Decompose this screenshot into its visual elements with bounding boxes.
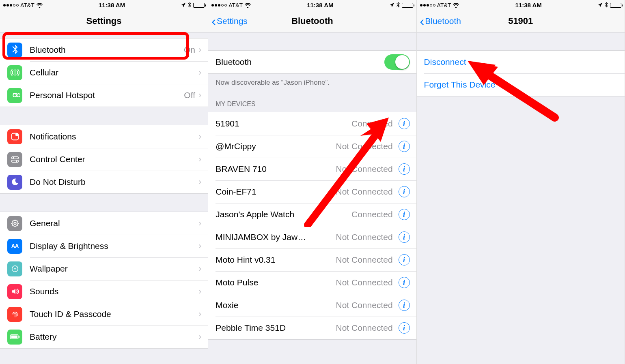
device-name: 51901 [216, 119, 348, 128]
info-icon[interactable]: i [399, 231, 410, 243]
device-row[interactable]: MINIJAMBOX by Jaw…Not Connectedi [208, 226, 416, 248]
wifi-icon [244, 2, 251, 8]
device-status: Connected [351, 210, 393, 219]
nav-bar: ‹ Settings Bluetooth [208, 10, 416, 32]
battery-icon [193, 3, 205, 8]
info-icon[interactable]: i [399, 163, 410, 175]
location-icon [597, 2, 603, 8]
row-label: Do Not Disturb [30, 177, 195, 187]
device-name: @MrCippy [216, 141, 332, 151]
chevron-left-icon: ‹ [420, 15, 425, 28]
device-row[interactable]: 51901Connectedi [208, 112, 416, 135]
bluetooth-status-icon [396, 2, 400, 8]
settings-group-connectivity: Bluetooth On › Cellular › Personal Hotsp… [0, 38, 208, 107]
row-notifications[interactable]: Notifications › [0, 125, 208, 148]
notifications-icon [7, 129, 22, 144]
status-time: 11:38 AM [307, 2, 333, 9]
dnd-icon [7, 175, 22, 190]
row-personal-hotspot[interactable]: Personal Hotspot Off › [0, 84, 208, 107]
info-icon[interactable]: i [399, 322, 410, 334]
row-bluetooth[interactable]: Bluetooth On › [0, 39, 208, 61]
chevron-right-icon: › [198, 131, 201, 142]
info-icon[interactable]: i [399, 186, 410, 197]
forget-label: Forget This Device [424, 80, 618, 90]
row-label: Cellular [30, 68, 195, 77]
control-center-icon [7, 152, 22, 167]
device-actions-group: Disconnect Forget This Device [417, 50, 625, 96]
display-icon: AA [7, 239, 22, 254]
svg-rect-12 [11, 336, 17, 338]
wallpaper-icon [7, 261, 22, 276]
device-name: Moto Hint v0.31 [216, 255, 332, 265]
forget-device-button[interactable]: Forget This Device [417, 73, 625, 96]
carrier-label: AT&T [228, 2, 243, 9]
row-general[interactable]: General › [0, 212, 208, 235]
row-display-brightness[interactable]: AA Display & Brightness › [0, 235, 208, 257]
wifi-icon [36, 2, 43, 8]
row-control-center[interactable]: Control Center › [0, 148, 208, 171]
disconnect-button[interactable]: Disconnect [417, 51, 625, 73]
device-row[interactable]: Coin-EF71Not Connectedi [208, 180, 416, 203]
settings-group-alerts: Notifications › Control Center › Do Not … [0, 125, 208, 194]
info-icon[interactable]: i [399, 254, 410, 266]
row-cellular[interactable]: Cellular › [0, 61, 208, 84]
settings-group-general: General › AA Display & Brightness › Wall… [0, 212, 208, 349]
row-do-not-disturb[interactable]: Do Not Disturb › [0, 171, 208, 193]
info-icon[interactable]: i [399, 141, 410, 152]
device-name: Pebble Time 351D [216, 323, 332, 333]
chevron-right-icon: › [198, 154, 201, 165]
bluetooth-toggle[interactable] [384, 54, 410, 70]
svg-rect-4 [11, 160, 18, 163]
device-row[interactable]: @MrCippyNot Connectedi [208, 135, 416, 158]
row-label: Battery [30, 332, 195, 342]
device-name: BRAVEN 710 [216, 164, 332, 174]
chevron-right-icon: › [198, 218, 201, 229]
row-label: Wallpaper [30, 264, 195, 274]
info-icon[interactable]: i [399, 277, 410, 288]
location-icon [389, 2, 394, 8]
svg-rect-11 [18, 336, 19, 338]
back-label: Settings [217, 16, 248, 26]
device-status: Not Connected [336, 300, 393, 310]
device-row[interactable]: MoxieNot Connectedi [208, 294, 416, 317]
row-battery[interactable]: Battery › [0, 325, 208, 348]
chevron-right-icon: › [198, 45, 201, 55]
device-status: Connected [351, 119, 393, 128]
info-icon[interactable]: i [399, 118, 410, 129]
row-touch-id[interactable]: Touch ID & Passcode › [0, 303, 208, 325]
back-button[interactable]: ‹ Settings [211, 10, 248, 32]
nav-bar: ‹ Bluetooth 51901 [417, 10, 625, 32]
device-name: MINIJAMBOX by Jaw… [216, 232, 332, 242]
devices-list: 51901Connectedi@MrCippyNot ConnectediBRA… [208, 112, 416, 340]
row-label: Display & Brightness [30, 241, 195, 251]
signal-dots-icon [3, 4, 19, 6]
info-icon[interactable]: i [399, 300, 410, 311]
row-sounds[interactable]: Sounds › [0, 280, 208, 303]
device-status: Not Connected [336, 278, 393, 287]
page-title: Settings [86, 16, 122, 26]
device-row[interactable]: BRAVEN 710Not Connectedi [208, 158, 416, 180]
my-devices-header: MY DEVICES [208, 89, 416, 112]
row-wallpaper[interactable]: Wallpaper › [0, 257, 208, 280]
device-row[interactable]: Moto PulseNot Connectedi [208, 271, 416, 294]
wifi-icon [453, 2, 459, 8]
chevron-right-icon: › [198, 309, 201, 319]
chevron-right-icon: › [198, 90, 201, 101]
device-row[interactable]: Pebble Time 351DNot Connectedi [208, 317, 416, 339]
svg-point-7 [14, 222, 16, 225]
status-bar: AT&T 11:38 AM [0, 0, 208, 10]
row-label: Touch ID & Passcode [30, 309, 195, 319]
device-row[interactable]: Jason’s Apple WatchConnectedi [208, 203, 416, 226]
disconnect-label: Disconnect [424, 57, 618, 67]
discoverable-footer: Now discoverable as “Jason iPhone”. [208, 74, 416, 89]
chevron-right-icon: › [198, 263, 201, 274]
device-status: Not Connected [336, 164, 393, 174]
row-label: Personal Hotspot [30, 90, 181, 100]
location-icon [181, 2, 186, 8]
back-button[interactable]: ‹ Bluetooth [420, 10, 461, 32]
row-value: On [184, 45, 195, 55]
device-row[interactable]: Moto Hint v0.31Not Connectedi [208, 248, 416, 271]
info-icon[interactable]: i [399, 209, 410, 220]
chevron-right-icon: › [198, 241, 201, 251]
page-title: Bluetooth [291, 16, 333, 26]
